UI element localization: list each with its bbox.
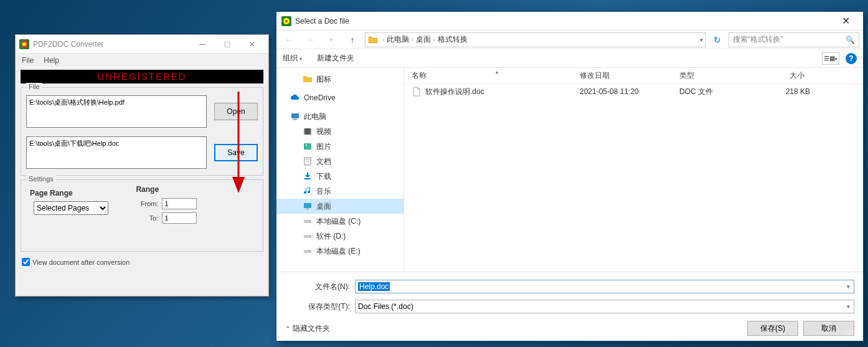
crumb-desktop[interactable]: 桌面	[416, 34, 431, 45]
svg-rect-12	[310, 128, 311, 135]
nav-item-OneDrive[interactable]: OneDrive	[276, 90, 403, 105]
svg-rect-18	[304, 178, 311, 179]
drive-icon	[303, 216, 313, 226]
drive-icon	[303, 231, 313, 241]
folder-icon	[368, 35, 378, 45]
settings-group: Settings Page Range Selected Pages Range…	[21, 179, 263, 252]
nav-recent-button[interactable]: ▾	[323, 32, 340, 47]
pc-icon	[290, 112, 300, 121]
help-icon[interactable]: ?	[846, 53, 857, 64]
chevron-down-icon[interactable]: ▾	[847, 283, 850, 290]
page-range-select[interactable]: Selected Pages	[34, 201, 108, 215]
nav-item-本地磁盘 (C:)[interactable]: 本地磁盘 (C:)	[276, 214, 403, 229]
organize-button[interactable]: 组织	[283, 53, 302, 64]
new-folder-button[interactable]: 新建文件夹	[317, 53, 356, 64]
open-button[interactable]: Open	[214, 103, 258, 120]
svg-point-22	[309, 221, 311, 222]
dialog-save-button[interactable]: 保存(S)	[747, 321, 798, 336]
dialog-footer: 文件名(N): Help.doc ▾ 保存类型(T): Doc Files (*…	[276, 272, 863, 341]
savetype-label: 保存类型(T):	[285, 302, 355, 312]
picture-icon	[303, 141, 313, 151]
svg-rect-11	[304, 128, 305, 135]
close-button[interactable]: ✕	[240, 39, 265, 49]
nav-item-音乐[interactable]: 音乐	[276, 184, 403, 199]
file-row[interactable]: 软件操作说明.doc2021-05-08 11:20DOC 文件218 KB	[404, 84, 863, 99]
menu-file[interactable]: File	[22, 56, 34, 65]
svg-point-26	[309, 251, 311, 252]
svg-point-14	[306, 145, 307, 146]
nav-back-button[interactable]: ←	[280, 32, 298, 47]
music-icon	[303, 186, 313, 196]
to-input[interactable]	[162, 212, 197, 224]
nav-item-此电脑[interactable]: 此电脑	[276, 109, 403, 124]
col-size[interactable]: 大小	[760, 70, 810, 81]
nav-item-视频[interactable]: 视频	[276, 124, 403, 139]
nav-up-button[interactable]: ↑	[344, 32, 361, 47]
savetype-value: Doc Files (*.doc)	[358, 302, 413, 311]
maximize-button[interactable]: □	[215, 39, 240, 49]
svg-rect-20	[306, 209, 309, 209]
minimize-button[interactable]: ─	[190, 39, 215, 49]
file-group: File E:\tools\桌面\格式转换\Help.pdf Open E:\t…	[21, 87, 263, 176]
search-placeholder: 搜索"格式转换"	[733, 34, 783, 45]
app-icon	[19, 39, 29, 49]
nav-item-下载[interactable]: 下载	[276, 169, 403, 184]
sort-asc-icon: ▴	[496, 69, 498, 75]
view-mode-button[interactable]: ☰▦▾	[822, 52, 839, 65]
save-button[interactable]: Save	[214, 144, 258, 161]
chevron-down-icon[interactable]: ▾	[847, 303, 850, 310]
crumb-thispc[interactable]: 此电脑	[387, 34, 409, 45]
unregistered-banner: UNREGISTERED	[21, 70, 263, 83]
file-group-title: File	[26, 83, 42, 90]
svg-point-7	[285, 20, 288, 22]
hide-folders-toggle[interactable]: ⌃隐藏文件夹	[285, 323, 330, 334]
view-after-checkbox-row: View document after conversion	[22, 258, 268, 266]
nav-forward-button[interactable]: →	[301, 32, 319, 47]
view-after-checkbox[interactable]	[22, 258, 30, 266]
nav-item-文档[interactable]: 文档	[276, 154, 403, 169]
range-title: Range	[136, 185, 197, 194]
svg-point-2	[22, 42, 26, 46]
app-title: PDF2DOC Converter	[33, 40, 190, 49]
breadcrumb-bar[interactable]: › 此电脑› 桌面› 格式转换 ▾	[365, 32, 706, 47]
savetype-select[interactable]: Doc Files (*.doc) ▾	[355, 300, 854, 313]
filename-input[interactable]: Help.doc ▾	[355, 280, 854, 293]
nav-item-桌面[interactable]: 桌面	[276, 199, 403, 214]
svg-rect-8	[291, 113, 299, 118]
crumb-folder[interactable]: 格式转换	[438, 34, 468, 45]
refresh-button[interactable]: ↻	[710, 35, 725, 45]
nav-item-软件 (D:)[interactable]: 软件 (D:)	[276, 229, 403, 244]
dialog-close-button[interactable]: ✕	[833, 15, 858, 27]
open-path-display[interactable]: E:\tools\桌面\格式转换\Help.pdf	[26, 95, 207, 128]
download-icon	[303, 171, 313, 181]
app-titlebar[interactable]: PDF2DOC Converter ─ □ ✕	[16, 35, 268, 54]
dialog-titlebar[interactable]: Select a Doc file ✕	[276, 12, 863, 31]
desktop-icon	[303, 201, 313, 211]
dialog-toolbar: 组织 新建文件夹 ☰▦▾ ?	[276, 49, 863, 68]
menu-help[interactable]: Help	[44, 56, 59, 65]
save-path-display[interactable]: E:\tools\桌面\下载吧\Help.doc	[26, 136, 207, 169]
settings-group-title: Settings	[26, 175, 56, 183]
search-icon: 🔍	[846, 36, 855, 44]
page-range-title: Page Range	[30, 189, 108, 197]
nav-item-本地磁盘 (E:)[interactable]: 本地磁盘 (E:)	[276, 244, 403, 259]
nav-item-图标[interactable]: 图标	[276, 72, 403, 87]
page-range-section: Page Range Selected Pages	[26, 188, 108, 215]
breadcrumb-dropdown-icon[interactable]: ▾	[700, 37, 703, 43]
range-section: Range From: To:	[136, 184, 197, 226]
from-label: From:	[136, 200, 158, 207]
dialog-navbar: ← → ▾ ↑ › 此电脑› 桌面› 格式转换 ▾ ↻ 搜索"格式转换" 🔍	[276, 31, 863, 49]
save-file-dialog: Select a Doc file ✕ ← → ▾ ↑ › 此电脑› 桌面› 格…	[276, 11, 864, 341]
filename-label: 文件名(N):	[285, 282, 355, 292]
dialog-icon	[281, 16, 291, 26]
cloud-icon	[290, 93, 300, 103]
drive-icon	[303, 246, 313, 256]
col-type[interactable]: 类型	[679, 70, 760, 81]
col-name[interactable]: 名称▴	[412, 70, 580, 81]
from-input[interactable]	[162, 198, 197, 209]
search-input[interactable]: 搜索"格式转换" 🔍	[729, 32, 859, 47]
nav-item-图片[interactable]: 图片	[276, 139, 403, 154]
pdf2doc-window: PDF2DOC Converter ─ □ ✕ File Help UNREGI…	[15, 34, 269, 297]
dialog-cancel-button[interactable]: 取消	[803, 321, 854, 336]
col-date[interactable]: 修改日期	[580, 70, 679, 81]
